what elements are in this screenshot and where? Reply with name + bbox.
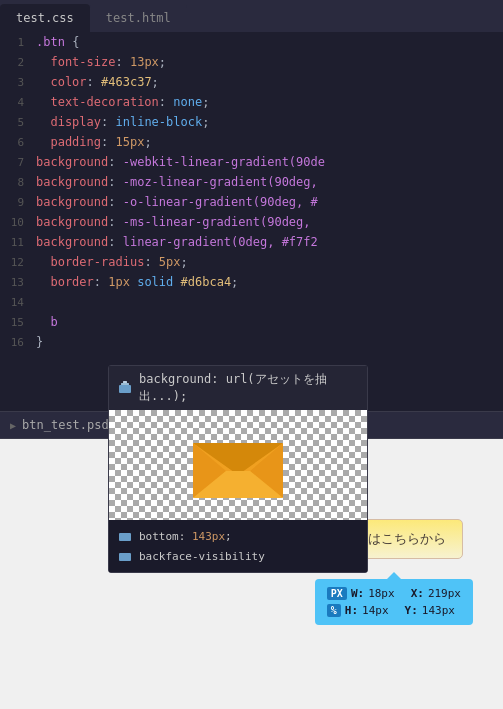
tooltip-y-cell: Y: 143px: [405, 604, 455, 617]
tooltip-h-label: H:: [345, 604, 358, 617]
tab-bar: test.css test.html: [0, 0, 503, 32]
tooltip-row-1: PX W: 18px X: 219px: [327, 587, 461, 600]
tooltip-percent-cell: % H: 14px: [327, 604, 389, 617]
code-line-3: 3 color: #463c37;: [0, 72, 503, 92]
tooltip-h-value: 14px: [362, 604, 389, 617]
code-line-6: 6 padding: 15px;: [0, 132, 503, 152]
tooltip-x-cell: X: 219px: [411, 587, 461, 600]
tab-html-label: test.html: [106, 11, 171, 25]
tooltip-px-label: PX: [327, 587, 347, 600]
tooltip-x-label: X:: [411, 587, 424, 600]
code-line-10: 10 background: -ms-linear-gradient(90deg…: [0, 212, 503, 232]
item-icon-0: [117, 528, 133, 544]
tooltip-caret: [387, 572, 401, 579]
svg-rect-8: [119, 533, 131, 541]
code-line-11: 11 background: linear-gradient(0deg, #f7…: [0, 232, 503, 252]
layer-icon: [117, 380, 133, 396]
psd-file-label: btn_test.psd: [22, 418, 109, 432]
code-line-5: 5 display: inline-block;: [0, 112, 503, 132]
autocomplete-item-text-1: backface-visibility: [139, 550, 265, 563]
code-editor[interactable]: 1 .btn { 2 font-size: 13px; 3 color: #46…: [0, 32, 503, 352]
tooltip-w-label: W:: [351, 587, 364, 600]
envelope-preview: [188, 423, 288, 507]
code-lines: 1 .btn { 2 font-size: 13px; 3 color: #46…: [0, 32, 503, 352]
tooltip-overlay: PX W: 18px X: 219px % H: 14px Y: 143px: [315, 579, 473, 625]
autocomplete-header: background: url(アセットを抽出...);: [109, 366, 367, 410]
tab-css-label: test.css: [16, 11, 74, 25]
autocomplete-item-0[interactable]: bottom: 143px;: [117, 526, 359, 546]
code-line-4: 4 text-decoration: none;: [0, 92, 503, 112]
code-line-14: 14: [0, 292, 503, 312]
code-line-2: 2 font-size: 13px;: [0, 52, 503, 72]
tooltip-w-value: 18px: [368, 587, 395, 600]
code-line-1: 1 .btn {: [0, 32, 503, 52]
svg-rect-0: [119, 385, 131, 393]
code-line-12: 12 border-radius: 5px;: [0, 252, 503, 272]
autocomplete-item-1[interactable]: backface-visibility: [117, 546, 359, 566]
code-line-13: 13 border: 1px solid #d6bca4;: [0, 272, 503, 292]
code-line-16: 16 }: [0, 332, 503, 352]
tooltip-x-value: 219px: [428, 587, 461, 600]
code-line-15: 15 b: [0, 312, 503, 332]
code-line-9: 9 background: -o-linear-gradient(90deg, …: [0, 192, 503, 212]
autocomplete-popup[interactable]: background: url(アセットを抽出...);: [108, 365, 368, 573]
autocomplete-item-text-0: bottom: 143px;: [139, 530, 232, 543]
triangle-icon: ▶: [10, 420, 16, 431]
tooltip-y-label: Y:: [405, 604, 418, 617]
item-icon-1: [117, 548, 133, 564]
code-line-8: 8 background: -moz-linear-gradient(90deg…: [0, 172, 503, 192]
tab-css[interactable]: test.css: [0, 4, 90, 32]
tab-html[interactable]: test.html: [90, 4, 187, 32]
asset-preview: [109, 410, 367, 520]
autocomplete-text: background: url(アセットを抽出...);: [139, 371, 359, 405]
svg-rect-9: [119, 553, 131, 561]
code-line-7: 7 background: -webkit-linear-gradient(90…: [0, 152, 503, 172]
tooltip-row-2: % H: 14px Y: 143px: [327, 604, 461, 617]
tooltip-percent-label: %: [327, 604, 341, 617]
svg-rect-2: [123, 381, 127, 383]
svg-rect-1: [121, 383, 129, 385]
autocomplete-bottom: bottom: 143px; backface-visibility: [109, 520, 367, 572]
tooltip-px-cell: PX W: 18px: [327, 587, 395, 600]
line-num-1: 1: [0, 33, 36, 53]
tooltip-y-value: 143px: [422, 604, 455, 617]
